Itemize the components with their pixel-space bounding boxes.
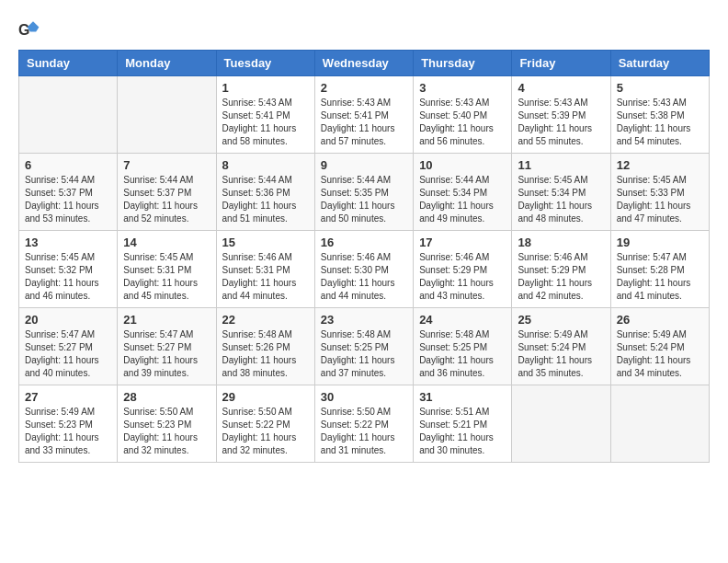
day-number: 25 [518,313,604,327]
day-cell: 29Sunrise: 5:50 AMSunset: 5:22 PMDayligh… [216,385,314,463]
header-cell-friday: Friday [512,51,610,76]
day-info: Sunrise: 5:47 AMSunset: 5:27 PMDaylight:… [25,328,111,380]
day-number: 27 [25,390,111,404]
header-cell-monday: Monday [118,51,216,76]
day-info: Sunrise: 5:44 AMSunset: 5:37 PMDaylight:… [123,174,210,225]
day-cell: 7Sunrise: 5:44 AMSunset: 5:37 PMDaylight… [118,154,216,231]
day-cell: 3Sunrise: 5:43 AMSunset: 5:40 PMDaylight… [414,76,512,154]
day-number: 1 [222,81,309,95]
day-info: Sunrise: 5:49 AMSunset: 5:24 PMDaylight:… [518,328,604,380]
day-number: 10 [419,158,506,172]
day-number: 8 [222,158,309,172]
day-cell: 12Sunrise: 5:45 AMSunset: 5:33 PMDayligh… [610,154,709,231]
week-row-2: 6Sunrise: 5:44 AMSunset: 5:37 PMDaylight… [19,154,710,231]
header-cell-wednesday: Wednesday [314,51,413,76]
day-info: Sunrise: 5:45 AMSunset: 5:32 PMDaylight:… [25,251,111,303]
day-number: 30 [321,390,407,404]
day-number: 13 [25,236,111,249]
day-info: Sunrise: 5:48 AMSunset: 5:25 PMDaylight:… [321,328,407,380]
week-row-5: 27Sunrise: 5:49 AMSunset: 5:23 PMDayligh… [19,385,710,463]
day-info: Sunrise: 5:43 AMSunset: 5:41 PMDaylight:… [222,97,309,148]
day-number: 3 [419,81,506,95]
day-cell: 31Sunrise: 5:51 AMSunset: 5:21 PMDayligh… [414,385,512,463]
day-cell: 20Sunrise: 5:47 AMSunset: 5:27 PMDayligh… [19,308,118,385]
day-number: 5 [617,81,703,95]
day-number: 9 [321,158,407,172]
day-number: 23 [321,313,407,327]
day-cell: 4Sunrise: 5:43 AMSunset: 5:39 PMDaylight… [512,76,610,154]
day-info: Sunrise: 5:43 AMSunset: 5:40 PMDaylight:… [419,97,506,148]
day-info: Sunrise: 5:48 AMSunset: 5:26 PMDaylight:… [222,328,309,380]
day-number: 26 [617,313,703,327]
day-info: Sunrise: 5:43 AMSunset: 5:39 PMDaylight:… [518,97,604,148]
day-number: 28 [123,390,210,404]
day-number: 16 [321,236,407,249]
day-cell: 23Sunrise: 5:48 AMSunset: 5:25 PMDayligh… [314,308,413,385]
day-cell: 8Sunrise: 5:44 AMSunset: 5:36 PMDaylight… [216,154,314,231]
day-number: 31 [419,390,506,404]
day-number: 2 [321,81,407,95]
day-info: Sunrise: 5:49 AMSunset: 5:23 PMDaylight:… [25,406,111,457]
day-cell: 2Sunrise: 5:43 AMSunset: 5:41 PMDaylight… [314,76,413,154]
day-info: Sunrise: 5:43 AMSunset: 5:41 PMDaylight:… [321,97,407,148]
day-info: Sunrise: 5:44 AMSunset: 5:35 PMDaylight:… [321,174,407,225]
day-cell: 6Sunrise: 5:44 AMSunset: 5:37 PMDaylight… [19,154,118,231]
day-cell: 30Sunrise: 5:50 AMSunset: 5:22 PMDayligh… [314,385,413,463]
day-info: Sunrise: 5:44 AMSunset: 5:34 PMDaylight:… [419,174,506,225]
day-number: 17 [419,236,506,249]
day-info: Sunrise: 5:47 AMSunset: 5:28 PMDaylight:… [617,251,703,303]
day-cell: 10Sunrise: 5:44 AMSunset: 5:34 PMDayligh… [414,154,512,231]
day-info: Sunrise: 5:46 AMSunset: 5:29 PMDaylight:… [419,251,506,303]
day-info: Sunrise: 5:44 AMSunset: 5:36 PMDaylight:… [222,174,309,225]
day-cell [19,76,118,154]
header-cell-saturday: Saturday [610,51,709,76]
day-number: 21 [123,313,210,327]
day-cell: 16Sunrise: 5:46 AMSunset: 5:30 PMDayligh… [314,231,413,308]
day-info: Sunrise: 5:49 AMSunset: 5:24 PMDaylight:… [617,328,703,380]
day-cell: 1Sunrise: 5:43 AMSunset: 5:41 PMDaylight… [216,76,314,154]
header-row: SundayMondayTuesdayWednesdayThursdayFrid… [19,51,710,76]
day-info: Sunrise: 5:48 AMSunset: 5:25 PMDaylight:… [419,328,506,380]
day-info: Sunrise: 5:50 AMSunset: 5:22 PMDaylight:… [222,406,309,457]
day-cell: 28Sunrise: 5:50 AMSunset: 5:23 PMDayligh… [118,385,216,463]
logo-icon: G [18,18,40,40]
day-cell: 27Sunrise: 5:49 AMSunset: 5:23 PMDayligh… [19,385,118,463]
day-cell: 14Sunrise: 5:45 AMSunset: 5:31 PMDayligh… [118,231,216,308]
day-cell: 15Sunrise: 5:46 AMSunset: 5:31 PMDayligh… [216,231,314,308]
day-cell: 11Sunrise: 5:45 AMSunset: 5:34 PMDayligh… [512,154,610,231]
day-info: Sunrise: 5:46 AMSunset: 5:29 PMDaylight:… [518,251,604,303]
day-info: Sunrise: 5:43 AMSunset: 5:38 PMDaylight:… [617,97,703,148]
day-number: 20 [25,313,111,327]
day-number: 14 [123,236,210,249]
logo: G [18,18,44,40]
day-cell: 13Sunrise: 5:45 AMSunset: 5:32 PMDayligh… [19,231,118,308]
header-cell-sunday: Sunday [19,51,118,76]
day-info: Sunrise: 5:50 AMSunset: 5:22 PMDaylight:… [321,406,407,457]
week-row-3: 13Sunrise: 5:45 AMSunset: 5:32 PMDayligh… [19,231,710,308]
week-row-4: 20Sunrise: 5:47 AMSunset: 5:27 PMDayligh… [19,308,710,385]
day-cell: 21Sunrise: 5:47 AMSunset: 5:27 PMDayligh… [118,308,216,385]
day-number: 22 [222,313,309,327]
header-cell-tuesday: Tuesday [216,51,314,76]
day-info: Sunrise: 5:51 AMSunset: 5:21 PMDaylight:… [419,406,506,457]
day-number: 19 [617,236,703,249]
day-cell: 17Sunrise: 5:46 AMSunset: 5:29 PMDayligh… [414,231,512,308]
day-cell: 25Sunrise: 5:49 AMSunset: 5:24 PMDayligh… [512,308,610,385]
day-cell: 5Sunrise: 5:43 AMSunset: 5:38 PMDaylight… [610,76,709,154]
day-number: 6 [25,158,111,172]
calendar-table: SundayMondayTuesdayWednesdayThursdayFrid… [18,50,710,463]
day-info: Sunrise: 5:46 AMSunset: 5:30 PMDaylight:… [321,251,407,303]
day-cell: 18Sunrise: 5:46 AMSunset: 5:29 PMDayligh… [512,231,610,308]
day-number: 7 [123,158,210,172]
day-number: 4 [518,81,604,95]
day-info: Sunrise: 5:46 AMSunset: 5:31 PMDaylight:… [222,251,309,303]
day-cell [610,385,709,463]
week-row-1: 1Sunrise: 5:43 AMSunset: 5:41 PMDaylight… [19,76,710,154]
day-info: Sunrise: 5:47 AMSunset: 5:27 PMDaylight:… [123,328,210,380]
day-info: Sunrise: 5:45 AMSunset: 5:33 PMDaylight:… [617,174,703,225]
day-info: Sunrise: 5:50 AMSunset: 5:23 PMDaylight:… [123,406,210,457]
day-number: 29 [222,390,309,404]
day-cell: 19Sunrise: 5:47 AMSunset: 5:28 PMDayligh… [610,231,709,308]
day-cell [118,76,216,154]
day-cell: 24Sunrise: 5:48 AMSunset: 5:25 PMDayligh… [414,308,512,385]
